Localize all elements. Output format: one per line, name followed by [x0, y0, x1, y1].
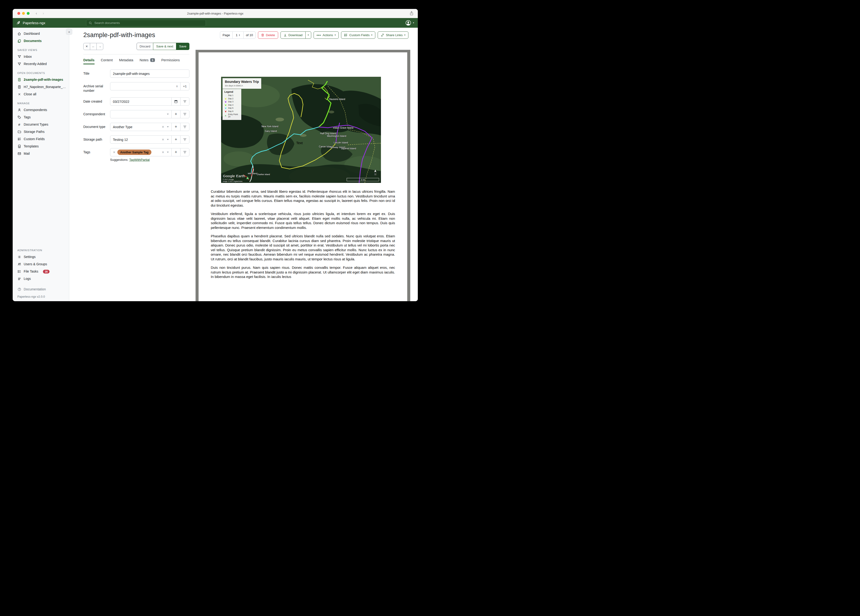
chevron-down-icon — [167, 126, 169, 127]
map-label: Charlies Island — [257, 173, 270, 176]
close-document-button[interactable]: ✕ — [83, 43, 90, 50]
suggestion-tag-link[interactable]: TagWithPartial — [129, 158, 150, 162]
add-tag-button[interactable]: + — [171, 148, 180, 156]
file-tasks-badge: 16 — [43, 270, 50, 273]
sidebar-item-dashboard[interactable]: Dashboard — [13, 30, 69, 37]
add-doctype-button[interactable]: + — [171, 123, 180, 131]
previous-document-button[interactable]: ← — [90, 43, 97, 50]
remove-tag-icon[interactable]: ✕ — [113, 151, 116, 154]
search-icon — [89, 21, 92, 25]
tag-chip[interactable]: Another Sample Tag — [117, 149, 151, 155]
storage-filter-button[interactable] — [180, 135, 190, 144]
close-icon — [17, 93, 21, 96]
next-document-button[interactable]: → — [96, 43, 103, 50]
saved-views-header: SAVED VIEWS — [13, 45, 69, 53]
search-bar[interactable] — [86, 20, 206, 26]
doctype-filter-button[interactable] — [180, 123, 190, 131]
asn-field-label: Archive serial number — [83, 82, 110, 93]
sidebar-item-inbox[interactable]: Inbox — [13, 53, 69, 60]
sidebar-item-tags[interactable]: Tags — [13, 114, 69, 121]
search-input[interactable] — [94, 21, 203, 25]
sidebar-item-correspondents[interactable]: Correspondents — [13, 106, 69, 114]
sidebar-item-storage-paths[interactable]: Storage Paths — [13, 128, 69, 135]
date-created-input[interactable] — [113, 100, 169, 104]
download-button[interactable]: Download — [281, 31, 306, 39]
download-dropdown-toggle[interactable]: ▾ — [305, 31, 311, 39]
sidebar-item-logs[interactable]: Logs — [13, 275, 69, 283]
sidebar-item-document-types[interactable]: # Document Types — [13, 121, 69, 128]
tab-notes[interactable]: Notes1 — [140, 58, 155, 64]
asn-increment-button[interactable]: +1 — [180, 82, 190, 90]
download-icon — [284, 34, 287, 37]
storage-path-select[interactable]: Testing 12 ✕ — [110, 135, 171, 144]
clear-icon[interactable]: ✕ — [162, 138, 164, 141]
sidebar-item-close-all[interactable]: Close all — [13, 91, 69, 98]
minimize-window-button[interactable] — [22, 12, 25, 15]
map-label: Half Dog Island — [320, 132, 336, 135]
share-links-button[interactable]: Share Links ▾ — [378, 31, 408, 39]
svg-text:N: N — [374, 173, 377, 176]
traffic-lights — [17, 12, 30, 15]
storage-field-label: Storage path — [83, 135, 110, 144]
pdf-preview-pane[interactable]: Hausons Island New York Island Gary Isla… — [196, 50, 410, 301]
sidebar-item-open-doc[interactable]: H7_Napoleon_Bonaparte_zadanie — [13, 83, 69, 91]
zoom-window-button[interactable] — [27, 12, 30, 15]
sidebar-item-documents[interactable]: Documents — [13, 37, 69, 45]
paperless-logo-icon — [16, 20, 20, 25]
back-icon[interactable]: ‹ — [36, 11, 37, 16]
sidebar-item-custom-fields[interactable]: Custom Fields — [13, 135, 69, 143]
main-content: « 2sample-pdf-with-images Page 1 ▲▼ of 1… — [69, 28, 418, 301]
correspondent-select[interactable] — [110, 110, 171, 118]
sidebar-item-open-doc[interactable]: 2sample-pdf-with-images — [13, 76, 69, 83]
sidebar-collapse-button[interactable]: « — [66, 29, 72, 35]
actions-button[interactable]: ••• Actions ▾ — [314, 31, 339, 39]
sidebar-item-users-groups[interactable]: Users & Groups — [13, 261, 69, 268]
date-filter-button[interactable] — [180, 97, 190, 106]
page-title: 2sample-pdf-with-images — [83, 31, 218, 39]
save-next-button[interactable]: Save & next — [153, 43, 176, 50]
sidebar-item-mail[interactable]: Mail — [13, 150, 69, 157]
brand[interactable]: Paperless-ngx — [13, 20, 69, 25]
asn-input[interactable]: ▲▼ — [110, 82, 180, 90]
add-storage-path-button[interactable]: + — [171, 135, 180, 144]
sidebar: Dashboard Documents SAVED VIEWS Inbox Re… — [13, 28, 69, 301]
chevron-down-icon: ▾ — [413, 22, 414, 24]
forward-icon[interactable]: › — [43, 11, 44, 16]
open-documents-header: OPEN DOCUMENTS — [13, 68, 69, 76]
tags-select[interactable]: ✕ Another Sample Tag ✕ — [110, 148, 171, 156]
clear-icon[interactable]: ✕ — [162, 125, 164, 129]
tab-permissions[interactable]: Permissions — [161, 58, 180, 64]
mail-icon — [17, 152, 21, 156]
calendar-button[interactable] — [171, 97, 180, 106]
north-arrow-icon: N — [374, 169, 377, 176]
page-navigator: Page 1 ▲▼ of 10 — [220, 31, 256, 39]
add-correspondent-button[interactable]: + — [171, 110, 180, 118]
tab-details[interactable]: Details — [83, 58, 94, 64]
custom-fields-button[interactable]: Custom Fields ▾ — [341, 31, 375, 39]
delete-button[interactable]: Delete — [258, 31, 278, 39]
tags-filter-button[interactable] — [180, 148, 190, 156]
doctype-select[interactable]: Another Type ✕ — [110, 123, 171, 131]
discard-button[interactable]: Discard — [137, 43, 154, 50]
clear-icon[interactable]: ✕ — [162, 151, 164, 154]
close-window-button[interactable] — [17, 12, 20, 15]
user-menu[interactable]: ▾ — [405, 20, 414, 26]
sidebar-item-documentation[interactable]: Documentation — [13, 286, 69, 293]
save-button[interactable]: Save — [176, 43, 190, 50]
page-number-input[interactable]: 1 ▲▼ — [232, 32, 244, 39]
brand-name: Paperless-ngx — [23, 21, 45, 25]
title-field-label: Title — [83, 69, 110, 78]
correspondent-filter-button[interactable] — [180, 110, 190, 118]
stepper-icon[interactable]: ▲▼ — [176, 85, 178, 88]
sidebar-item-recently-added[interactable]: Recently Added — [13, 60, 69, 68]
sidebar-item-file-tasks[interactable]: File Tasks 16 — [13, 268, 69, 275]
title-input[interactable] — [113, 72, 187, 75]
tab-content[interactable]: Content — [101, 58, 113, 64]
day4-icon — [224, 104, 227, 106]
stepper-icon[interactable]: ▲▼ — [239, 34, 240, 36]
share-icon[interactable] — [410, 11, 414, 16]
sidebar-item-templates[interactable]: Templates — [13, 143, 69, 150]
sidebar-item-settings[interactable]: Settings — [13, 253, 69, 261]
tab-metadata[interactable]: Metadata — [119, 58, 133, 64]
page-total: of 10 — [244, 32, 255, 39]
